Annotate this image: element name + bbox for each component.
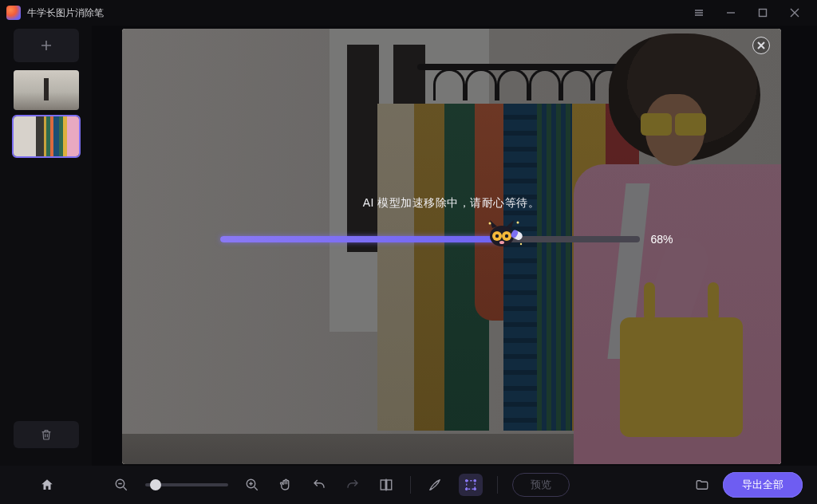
- export-all-button[interactable]: 导出全部: [723, 472, 803, 498]
- svg-point-18: [474, 480, 476, 482]
- svg-rect-16: [467, 481, 476, 490]
- selection-tool-button[interactable]: [459, 474, 483, 496]
- thumbnail-sidebar: [0, 26, 92, 466]
- zoom-in-button[interactable]: [243, 475, 262, 494]
- svg-point-9: [489, 222, 491, 225]
- preview-button-label: 预览: [531, 478, 551, 492]
- mascot-icon: [486, 217, 524, 252]
- zoom-slider[interactable]: [145, 483, 228, 486]
- thumbnail-2[interactable]: [14, 116, 79, 156]
- add-image-button[interactable]: [14, 29, 79, 62]
- svg-point-10: [517, 222, 519, 224]
- svg-rect-0: [760, 10, 767, 17]
- svg-point-4: [495, 234, 499, 238]
- image-stage: AI 模型加速移除中，请耐心等待。: [122, 29, 781, 464]
- progress-percent: 68%: [651, 233, 683, 246]
- svg-point-5: [505, 234, 508, 238]
- cancel-progress-button[interactable]: [752, 37, 770, 54]
- thumbnail-1[interactable]: [14, 70, 79, 110]
- divider: [497, 476, 498, 494]
- zoom-out-button[interactable]: [112, 475, 131, 494]
- svg-rect-15: [387, 480, 392, 490]
- divider: [410, 476, 411, 494]
- progress-bar: [220, 236, 640, 242]
- app-logo-icon: [6, 6, 21, 20]
- svg-point-17: [466, 480, 468, 482]
- compare-button[interactable]: [377, 475, 396, 494]
- export-button-label: 导出全部: [742, 478, 783, 492]
- pan-hand-button[interactable]: [276, 475, 295, 494]
- svg-point-19: [466, 488, 468, 490]
- bottom-toolbar: 预览 导出全部: [0, 466, 817, 504]
- menu-button[interactable]: [683, 0, 715, 26]
- svg-point-6: [499, 241, 504, 244]
- svg-point-11: [520, 243, 522, 245]
- brush-tool-button[interactable]: [425, 475, 444, 494]
- redo-button[interactable]: [343, 475, 362, 494]
- undo-button[interactable]: [310, 475, 329, 494]
- progress-overlay: [122, 29, 781, 464]
- open-folder-button[interactable]: [693, 475, 712, 494]
- preview-button[interactable]: 预览: [512, 473, 570, 497]
- maximize-button[interactable]: [747, 0, 779, 26]
- progress-label: AI 模型加速移除中，请耐心等待。: [363, 196, 540, 211]
- titlebar: 牛学长图片消除笔: [0, 0, 817, 26]
- progress-panel: AI 模型加速移除中，请耐心等待。: [122, 196, 781, 246]
- home-button[interactable]: [14, 472, 80, 498]
- svg-point-20: [474, 488, 476, 490]
- app-title: 牛学长图片消除笔: [27, 6, 104, 20]
- delete-button[interactable]: [14, 421, 79, 448]
- minimize-button[interactable]: [715, 0, 747, 26]
- close-button[interactable]: [779, 0, 811, 26]
- svg-rect-14: [381, 480, 385, 490]
- canvas-area: AI 模型加速移除中，请耐心等待。: [92, 26, 817, 466]
